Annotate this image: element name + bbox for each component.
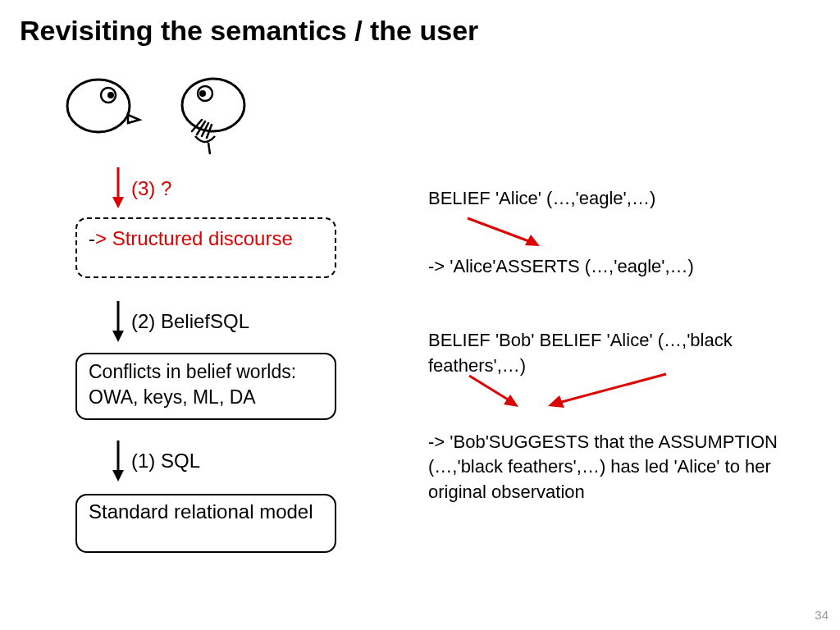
svg-marker-7 — [112, 197, 124, 208]
relational-model-box: Standard relational model — [75, 494, 336, 553]
svg-line-16 — [555, 374, 666, 404]
svg-marker-17 — [548, 395, 564, 408]
svg-point-5 — [199, 90, 206, 97]
arrow-down-black-2-icon — [110, 298, 133, 345]
arrow-down-red-icon — [110, 164, 133, 212]
cartoon-faces-icon — [57, 69, 271, 159]
arrow-down-black-1-icon — [110, 437, 133, 485]
svg-marker-15 — [504, 395, 518, 407]
step-2-label: (2) BeliefSQL — [131, 310, 249, 333]
page-number: 34 — [815, 608, 829, 622]
svg-marker-11 — [112, 470, 124, 482]
belief-alice-block: BELIEF 'Alice' (…,'eagle',…) -> 'Alice'A… — [428, 185, 822, 280]
belief-alice-line1: BELIEF 'Alice' (…,'eagle',…) — [428, 185, 822, 212]
step-3-label: (3) ? — [131, 177, 171, 200]
svg-point-2 — [107, 92, 114, 98]
svg-marker-9 — [112, 331, 124, 342]
svg-point-0 — [67, 80, 130, 132]
structured-discourse-text: > Structured discourse — [95, 227, 293, 249]
svg-line-12 — [468, 218, 533, 243]
svg-line-14 — [469, 376, 512, 402]
conflicts-box: Conflicts in belief worlds: OWA, keys, M… — [75, 353, 336, 420]
svg-point-3 — [182, 79, 244, 131]
arrow-diag-red-2-icon — [461, 369, 732, 414]
structured-discourse-box: -> Structured discourse — [75, 217, 336, 278]
dash-text: - — [89, 227, 95, 249]
belief-alice-line2: -> 'Alice'ASSERTS (…,'eagle',…) — [428, 253, 822, 280]
arrow-diag-red-1-icon — [461, 212, 559, 253]
slide-title: Revisiting the semantics / the user — [20, 15, 478, 47]
belief-bob-block: BELIEF 'Bob' BELIEF 'Alice' (…,'black fe… — [428, 328, 830, 505]
step-1-label: (1) SQL — [131, 450, 200, 472]
